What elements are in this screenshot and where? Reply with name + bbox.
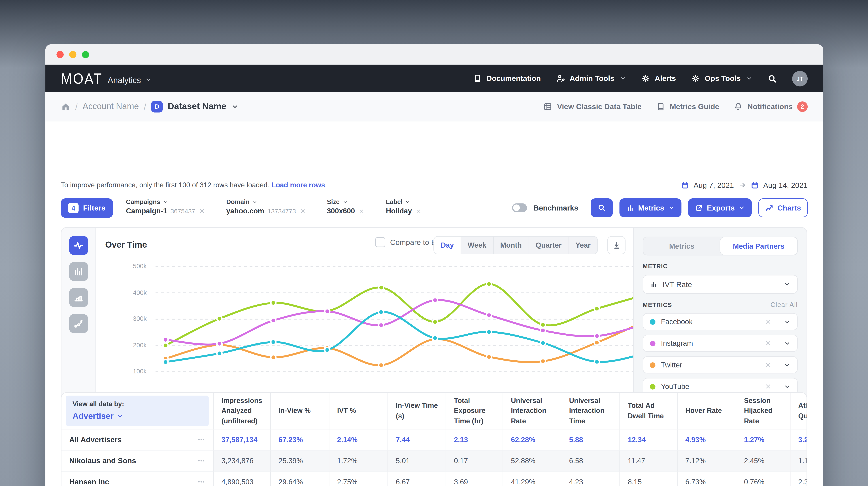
filter-chip-label[interactable]: Domain	[226, 198, 306, 205]
chevron-down-icon[interactable]	[784, 362, 790, 368]
metric-cell: 4,890,503	[214, 471, 271, 486]
filter-chip-label[interactable]: Label	[386, 198, 422, 205]
calendar-icon[interactable]	[750, 181, 759, 189]
filter-chip-label[interactable]: Size	[327, 198, 365, 205]
close-icon[interactable]	[299, 207, 306, 214]
panel-tabs: MetricsMedia Partners	[643, 236, 798, 255]
table-row[interactable]: All Advertisers 37,587,13467.23%2.14%7.4…	[61, 429, 807, 450]
row-actions-button[interactable]	[197, 457, 206, 465]
nav-item-admin-tools[interactable]: Admin Tools	[556, 74, 626, 83]
action-notifications[interactable]: Notifications2	[734, 101, 808, 112]
column-header[interactable]: Session Hijacked Rate	[736, 393, 790, 429]
exports-button[interactable]: Exports	[688, 198, 752, 217]
metric-select-value: IVT Rate	[662, 280, 692, 288]
tab-media-partners[interactable]: Media Partners	[720, 237, 797, 255]
close-icon[interactable]	[358, 207, 365, 214]
row-actions-button[interactable]	[197, 478, 206, 486]
clear-all-link[interactable]: Clear All	[771, 301, 798, 309]
column-header[interactable]: Universal Interaction Time	[561, 393, 620, 429]
metric-cell: 1.27%	[736, 429, 790, 450]
breadcrumb-account[interactable]: Account Name	[83, 102, 139, 111]
data-point-twitter	[594, 340, 599, 345]
metric-cell: 2.75%	[329, 471, 388, 486]
chart-type-scatter[interactable]	[69, 314, 88, 333]
benchmarks-toggle[interactable]	[512, 203, 527, 212]
chevron-down-icon[interactable]	[784, 318, 790, 325]
nav-item-ops-tools[interactable]: Ops Tools	[691, 74, 752, 83]
book-icon	[472, 74, 482, 83]
column-header[interactable]: Attention Quality	[790, 393, 807, 429]
column-header[interactable]: Universal Interaction Rate	[503, 393, 561, 429]
nav-item-alerts[interactable]: Alerts	[641, 74, 676, 83]
metric-cell: 37,587,134	[214, 429, 271, 450]
metric-cell: 7.12%	[678, 451, 736, 471]
column-header[interactable]: Impressions Analyzed (unfiltered)	[214, 393, 271, 429]
chart-type-histogram[interactable]	[69, 288, 88, 307]
column-header[interactable]: Total Exposure Time (hr)	[446, 393, 503, 429]
close-icon[interactable]	[415, 207, 422, 214]
close-icon[interactable]	[765, 340, 772, 347]
filter-chip-domain: Domain yahoo.com13734773	[226, 198, 306, 215]
filter-chip-label[interactable]: Campaigns	[126, 198, 205, 205]
charts-button[interactable]: Charts	[758, 198, 808, 217]
metric-cell: 0.17	[446, 451, 503, 471]
column-header[interactable]: IVT %	[329, 393, 388, 429]
metric-cell: 5.88	[561, 429, 620, 450]
close-window-button[interactable]	[56, 51, 64, 58]
brand-menu[interactable]: MOAT Analytics	[61, 70, 152, 86]
metric-cell: 2.31	[790, 471, 807, 486]
data-point-youtube	[379, 285, 384, 290]
brand-suffix: Analytics	[108, 75, 141, 85]
minimize-window-button[interactable]	[69, 51, 76, 58]
nav-item-label: Ops Tools	[705, 74, 741, 83]
home-icon[interactable]	[61, 102, 70, 111]
user-avatar[interactable]: JT	[792, 70, 808, 86]
view-by-select[interactable]: Advertiser	[72, 410, 202, 422]
close-icon[interactable]	[765, 383, 772, 390]
calendar-icon[interactable]	[681, 181, 689, 189]
data-point-youtube	[540, 322, 546, 327]
chevron-down-icon[interactable]	[784, 383, 790, 390]
action-label: Metrics Guide	[670, 102, 719, 111]
chevron-down-icon[interactable]	[784, 340, 790, 347]
column-header[interactable]: Total Ad Dwell Time	[620, 393, 678, 429]
maximize-window-button[interactable]	[82, 51, 89, 58]
filter-bar-actions: Benchmarks Metrics Exports Charts	[512, 198, 808, 217]
chevron-down-icon[interactable]	[231, 103, 239, 110]
filters-button[interactable]: 4 Filters	[61, 198, 113, 218]
navbar-search-button[interactable]	[767, 74, 777, 83]
row-actions-button[interactable]	[197, 435, 206, 444]
metric-cell: 3,234,876	[214, 451, 271, 471]
app-window: MOAT Analytics Documentation Admin Tools…	[45, 44, 823, 486]
tab-metrics[interactable]: Metrics	[643, 237, 720, 255]
load-more-rows-link[interactable]: Load more rows	[272, 181, 325, 189]
action-view-classic-data-table[interactable]: View Classic Data Table	[543, 102, 642, 111]
metric-cell: 5.01	[388, 451, 446, 471]
close-icon[interactable]	[765, 318, 772, 325]
chart-type-pulse[interactable]	[69, 236, 88, 255]
breadcrumb-separator: /	[75, 102, 78, 111]
table-row[interactable]: Nikolaus and Sons 3,234,87625.39%1.72%5.…	[61, 451, 807, 471]
chart-type-columns[interactable]	[69, 262, 88, 281]
breadcrumb-dataset[interactable]: Dataset Name	[168, 102, 226, 111]
date-end[interactable]: Aug 14, 2021	[763, 181, 808, 189]
search-button[interactable]	[590, 198, 613, 217]
close-icon[interactable]	[198, 207, 205, 214]
metric-cell: 2.13	[446, 429, 503, 450]
action-metrics-guide[interactable]: Metrics Guide	[656, 102, 719, 111]
y-axis-tick: 200k	[125, 342, 147, 348]
close-icon[interactable]	[765, 361, 772, 369]
metric-select[interactable]: IVT Rate	[643, 275, 798, 294]
data-point-facebook	[325, 347, 330, 352]
date-start[interactable]: Aug 7, 2021	[693, 181, 734, 189]
column-header[interactable]: Hover Rate	[678, 393, 736, 429]
column-header[interactable]: In-View %	[271, 393, 329, 429]
date-range: Aug 7, 2021 Aug 14, 2021	[681, 181, 808, 189]
chevron-down-icon	[145, 76, 152, 83]
table-row[interactable]: Hansen Inc 4,890,50329.64%2.75%6.673.694…	[61, 471, 807, 486]
nav-item-documentation[interactable]: Documentation	[472, 74, 541, 83]
metrics-button[interactable]: Metrics	[619, 198, 682, 217]
column-header[interactable]: In-View Time (s)	[388, 393, 446, 429]
series-color-dot	[650, 319, 655, 324]
chevron-down-icon	[620, 75, 626, 82]
